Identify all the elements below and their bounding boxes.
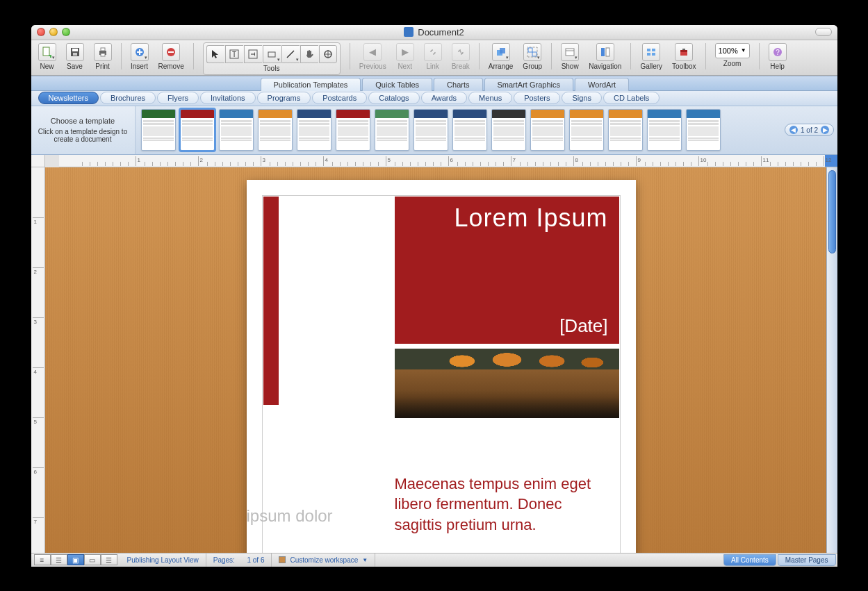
show-label: Show	[562, 63, 579, 72]
category-tab-posters[interactable]: Posters	[514, 92, 560, 104]
pages-value: 1 of 6	[247, 556, 264, 564]
svg-rect-32	[680, 50, 687, 52]
shape-tool[interactable]: ▾	[263, 45, 281, 63]
template-thumbnail[interactable]	[336, 109, 370, 151]
all-contents-tab[interactable]: All Contents	[723, 554, 776, 566]
category-tab-cd-labels[interactable]: CD Labels	[603, 92, 660, 104]
main-toolbar: ▾ New Save Print ▾ Insert R	[31, 40, 837, 76]
word-doc-icon	[404, 27, 413, 37]
svg-rect-29	[647, 53, 650, 56]
title-block[interactable]: Lorem Ipsum [Date]	[395, 197, 619, 344]
date-placeholder-field[interactable]: [Date]	[406, 315, 608, 337]
template-thumbnail[interactable]	[608, 109, 643, 151]
gallery-next-icon[interactable]: ▶	[821, 126, 829, 134]
master-pages-tab[interactable]: Master Pages	[778, 554, 836, 566]
elements-tab-smartart-graphics[interactable]: SmartArt Graphics	[484, 78, 573, 91]
template-thumbnail[interactable]	[686, 109, 721, 151]
template-thumbnail[interactable]	[258, 109, 293, 151]
line-tool[interactable]: ▾	[281, 45, 300, 63]
pages-indicator[interactable]: Pages: 1 of 6	[206, 553, 272, 567]
elements-tab-charts[interactable]: Charts	[434, 78, 482, 91]
category-tab-flyers[interactable]: Flyers	[157, 92, 199, 104]
gallery-page-label: 1 of 2	[801, 126, 818, 134]
category-tab-newsletters[interactable]: Newsletters	[38, 92, 99, 104]
elements-tab-wordart[interactable]: WordArt	[575, 78, 629, 91]
template-thumbnail[interactable]	[375, 109, 409, 151]
ruler-corner	[31, 155, 45, 167]
page[interactable]: Lorem Ipsum [Date] Maecenas tempus enim …	[247, 180, 636, 553]
word-window: Document2 ▾ New Save Print ▾	[31, 25, 837, 567]
group-label: Group	[523, 63, 542, 72]
tools-label: Tools	[263, 65, 279, 74]
body-text-field[interactable]: Maecenas tempus enim eget libero ferment…	[395, 474, 613, 535]
notebook-view-button[interactable]: ☰	[101, 554, 117, 565]
category-tab-postcards[interactable]: Postcards	[312, 92, 367, 104]
template-thumbnail[interactable]	[647, 109, 682, 151]
template-thumbnail[interactable]	[530, 109, 565, 151]
remove-button[interactable]	[162, 43, 180, 61]
draft-view-button[interactable]: ≡	[34, 554, 51, 565]
template-thumbnail[interactable]	[297, 109, 331, 151]
template-thumbnail[interactable]	[180, 109, 215, 151]
hero-image-placeholder[interactable]	[395, 349, 619, 418]
new-label: New	[40, 63, 54, 72]
text-tool[interactable]: T	[225, 45, 243, 63]
new-button[interactable]: ▾	[38, 43, 56, 61]
print-button[interactable]	[94, 43, 112, 61]
template-thumbnail[interactable]	[491, 109, 526, 151]
hand-tool[interactable]	[300, 45, 318, 63]
show-button[interactable]: ▾	[561, 43, 579, 61]
template-thumbnail[interactable]	[413, 109, 448, 151]
vertical-ruler[interactable]: 1234567	[31, 167, 45, 553]
category-tab-programs[interactable]: Programs	[257, 92, 311, 104]
svg-text:?: ?	[776, 49, 780, 56]
titlebar-pill-button[interactable]	[815, 28, 832, 36]
save-button[interactable]	[66, 43, 84, 61]
svg-rect-5	[101, 48, 105, 51]
svg-text:T: T	[249, 52, 256, 56]
elements-tab-quick-tables[interactable]: Quick Tables	[362, 78, 432, 91]
insert-button[interactable]: ▾	[131, 43, 149, 61]
customize-workspace-button[interactable]: Customize workspace ▼	[272, 553, 375, 567]
template-gallery: Choose a template Click on a template de…	[31, 106, 837, 155]
scrollbar-thumb[interactable]	[828, 170, 836, 253]
svg-rect-26	[606, 48, 609, 56]
svg-rect-28	[652, 49, 655, 51]
print-layout-view-button[interactable]: ▭	[84, 554, 101, 565]
side-text-field[interactable]: ipsum dolor	[247, 506, 333, 526]
vertical-text-tool[interactable]: T	[244, 45, 262, 63]
zoom-label: Zoom	[723, 60, 742, 69]
category-tab-brochures[interactable]: Brochures	[100, 92, 156, 104]
template-thumbnail[interactable]	[569, 109, 604, 151]
arrange-label: Arrange	[489, 63, 514, 72]
vertical-scrollbar[interactable]	[826, 167, 837, 553]
toolbox-button[interactable]	[675, 43, 693, 61]
zoom-field[interactable]: 100%▼	[715, 43, 750, 58]
publishing-layout-view-button[interactable]: ▣	[67, 554, 84, 565]
gallery-button[interactable]	[642, 43, 660, 61]
help-button[interactable]: ?	[769, 43, 787, 61]
gallery-prev-icon[interactable]: ◀	[789, 126, 798, 134]
elements-tab-publication-templates[interactable]: Publication Templates	[261, 78, 361, 91]
group-button[interactable]: ▾	[523, 43, 541, 61]
crop-tool[interactable]	[319, 45, 337, 63]
category-tab-signs[interactable]: Signs	[562, 92, 602, 104]
navigation-button[interactable]	[596, 43, 614, 61]
break-label: Break	[452, 63, 470, 72]
arrange-button[interactable]: ▾	[492, 43, 510, 61]
category-tab-awards[interactable]: Awards	[421, 92, 467, 104]
horizontal-ruler[interactable]: 123456789101112	[59, 155, 837, 167]
outline-view-button[interactable]: ☰	[51, 554, 67, 565]
newsletter-title[interactable]: Lorem Ipsum	[406, 203, 608, 233]
template-thumbnail[interactable]	[219, 109, 254, 151]
pointer-tool[interactable]	[206, 45, 224, 63]
template-thumbnail[interactable]	[141, 109, 176, 151]
template-thumbnail[interactable]	[452, 109, 487, 151]
accent-sidebar-shape[interactable]	[263, 197, 279, 405]
document-canvas[interactable]: Lorem Ipsum [Date] Maecenas tempus enim …	[45, 167, 837, 553]
category-tab-catalogs[interactable]: Catalogs	[368, 92, 419, 104]
elements-gallery-tabs: Publication TemplatesQuick TablesChartsS…	[31, 76, 837, 91]
category-tab-invitations[interactable]: Invitations	[200, 92, 256, 104]
category-tab-menus[interactable]: Menus	[468, 92, 512, 104]
gallery-page-control[interactable]: ◀ 1 of 2 ▶	[785, 124, 834, 136]
